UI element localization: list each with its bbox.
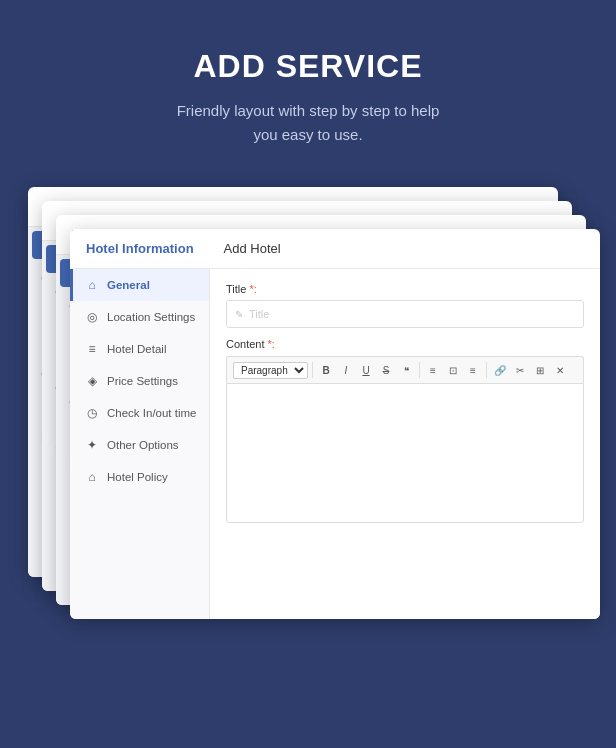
hotel-sidebar-location[interactable]: ◎ Location Settings <box>70 301 209 333</box>
title-required-marker: *: <box>249 283 256 295</box>
align-center-button[interactable]: ⊡ <box>444 361 462 379</box>
hotel-sidebar-options[interactable]: ✦ Other Options <box>70 429 209 461</box>
clock-icon: ◷ <box>85 406 99 420</box>
italic-button[interactable]: I <box>337 361 355 379</box>
hotel-sidebar-policy[interactable]: ⌂ Hotel Policy <box>70 461 209 493</box>
hotel-card-body: ⌂ General ◎ Location Settings ≡ Hotel De… <box>70 269 600 619</box>
title-field-label: Title *: <box>226 283 584 295</box>
options-icon: ✦ <box>85 438 99 452</box>
home-icon: ⌂ <box>85 278 99 292</box>
hotel-content-area: Title *: ✎ Title Content *: Paragraph <box>210 269 600 619</box>
content-required-marker: *: <box>268 338 275 350</box>
hotel-sidebar-general[interactable]: ⌂ General <box>70 269 209 301</box>
toolbar-sep-1 <box>312 362 313 378</box>
add-hotel-tab[interactable]: Add Hotel <box>224 241 281 256</box>
more-button[interactable]: ✕ <box>551 361 569 379</box>
link-button[interactable]: 🔗 <box>491 361 509 379</box>
hotel-sidebar: ⌂ General ◎ Location Settings ≡ Hotel De… <box>70 269 210 619</box>
unlink-button[interactable]: ✂ <box>511 361 529 379</box>
editor-body[interactable] <box>226 383 584 523</box>
hotel-sidebar-price[interactable]: ◈ Price Settings <box>70 365 209 397</box>
hotel-card-header: Hotel Information Add Hotel <box>70 229 600 269</box>
toolbar-sep-2 <box>419 362 420 378</box>
hotel-sidebar-detail[interactable]: ≡ Hotel Detail <box>70 333 209 365</box>
hotel-card: Hotel Information Add Hotel ⌂ General ◎ … <box>70 229 600 619</box>
hotel-info-tab[interactable]: Hotel Information <box>86 241 194 256</box>
hero-section: ADD SERVICE Friendly layout with step by… <box>157 0 460 177</box>
strikethrough-button[interactable]: S <box>377 361 395 379</box>
align-right-button[interactable]: ≡ <box>464 361 482 379</box>
hero-subtitle: Friendly layout with step by step to hel… <box>177 99 440 147</box>
editor-toolbar: Paragraph B I U S ❝ ≡ ⊡ ≡ 🔗 ✂ ⊞ ✕ <box>226 356 584 383</box>
bold-button[interactable]: B <box>317 361 335 379</box>
align-left-button[interactable]: ≡ <box>424 361 442 379</box>
title-input[interactable]: ✎ Title <box>226 300 584 328</box>
cards-container: Car Information Add Car ⌂ ◎ ≡ ◈ ◷ ⊘ ☷ Ac… <box>28 187 588 617</box>
underline-button[interactable]: U <box>357 361 375 379</box>
location-icon: ◎ <box>85 310 99 324</box>
policy-icon: ⌂ <box>85 470 99 484</box>
hotel-sidebar-checkin[interactable]: ◷ Check In/out time <box>70 397 209 429</box>
title-input-icon: ✎ <box>235 309 243 320</box>
table-button[interactable]: ⊞ <box>531 361 549 379</box>
toolbar-sep-3 <box>486 362 487 378</box>
content-field-label: Content *: <box>226 338 584 350</box>
price-icon: ◈ <box>85 374 99 388</box>
paragraph-select[interactable]: Paragraph <box>233 362 308 379</box>
hero-title: ADD SERVICE <box>177 48 440 85</box>
blockquote-button[interactable]: ❝ <box>397 361 415 379</box>
detail-icon: ≡ <box>85 342 99 356</box>
